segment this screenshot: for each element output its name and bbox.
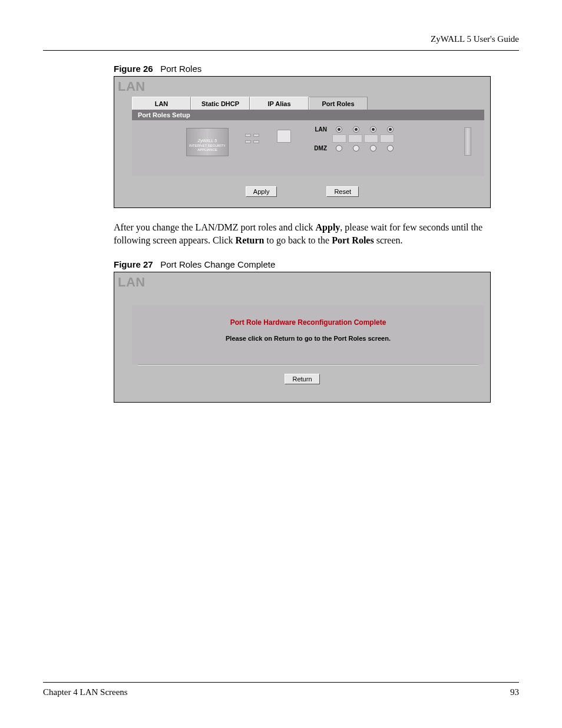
confirmation-panel: Port Role Hardware Reconfiguration Compl…	[132, 305, 484, 364]
panel-title: Port Roles Setup	[132, 110, 484, 120]
figure27-label: Figure 27	[114, 259, 153, 269]
device-diagram: ZyWALL 5 INTERNET SECURITY APPLIANCE LAN	[132, 120, 484, 174]
port-icons-row	[312, 133, 398, 144]
radio-lan-4[interactable]	[387, 126, 394, 133]
figure26-label: Figure 26	[114, 64, 153, 74]
body-paragraph: After you change the LAN/DMZ port roles …	[114, 221, 493, 246]
divider	[138, 364, 478, 365]
device-front-icon: ZyWALL 5 INTERNET SECURITY APPLIANCE	[186, 128, 229, 156]
port-icon	[332, 134, 346, 143]
tab-ip-alias[interactable]: IP Alias	[250, 97, 309, 110]
page-number: 93	[510, 687, 519, 697]
return-button[interactable]: Return	[285, 374, 319, 384]
port-role-grid: LAN DMZ	[312, 125, 398, 152]
figure26-caption: Figure 26 Port Roles	[114, 64, 519, 74]
figure27-text: Port Roles Change Complete	[160, 259, 275, 269]
row-label-lan: LAN	[312, 126, 329, 133]
return-button-row: Return	[114, 373, 490, 384]
radio-dmz-3[interactable]	[370, 145, 376, 151]
wan-port-icon	[277, 130, 291, 143]
page-header: ZyWALL 5 User's Guide	[43, 34, 519, 51]
figure27-caption: Figure 27 Port Roles Change Complete	[114, 259, 519, 269]
reset-button[interactable]: Reset	[326, 186, 359, 197]
radio-lan-2[interactable]	[353, 126, 359, 133]
return-instruction: Please click on Return to go to the Port…	[132, 327, 484, 342]
button-row: Apply Reset	[114, 186, 490, 197]
row-label-dmz: DMZ	[312, 145, 329, 151]
radio-lan-1[interactable]	[336, 126, 342, 133]
radio-dmz-1[interactable]	[336, 145, 342, 151]
device-sub: INTERNET SECURITY APPLIANCE	[189, 144, 226, 151]
lan-radio-row: LAN	[312, 125, 398, 133]
device-label: ZyWALL 5 INTERNET SECURITY APPLIANCE	[187, 139, 228, 152]
guide-title: ZyWALL 5 User's Guide	[431, 34, 519, 44]
screen-title-lan: LAN	[118, 79, 146, 94]
chapter-label: Chapter 4 LAN Screens	[43, 687, 128, 697]
led-indicators	[245, 134, 259, 143]
radio-dmz-4[interactable]	[387, 145, 394, 151]
content-area: Figure 26 Port Roles LAN LAN Static DHCP…	[114, 64, 519, 403]
dmz-radio-row: DMZ	[312, 144, 398, 152]
tab-static-dhcp[interactable]: Static DHCP	[191, 97, 250, 110]
apply-button[interactable]: Apply	[246, 186, 277, 197]
tab-lan[interactable]: LAN	[132, 97, 191, 110]
port-roles-panel: Port Roles Setup ZyWALL 5 INTERNET SECUR…	[132, 110, 484, 176]
port-icon	[364, 134, 378, 143]
device-brand: ZyWALL 5	[198, 139, 217, 143]
tabs-row: LAN Static DHCP IP Alias Port Roles	[132, 97, 368, 110]
radio-lan-3[interactable]	[370, 126, 376, 133]
figure26-text: Port Roles	[160, 64, 201, 74]
screen-title-lan-2: LAN	[118, 275, 146, 290]
device-side-icon	[464, 127, 471, 156]
page-footer: Chapter 4 LAN Screens 93	[43, 682, 519, 697]
tab-port-roles[interactable]: Port Roles	[309, 97, 368, 110]
figure27-screenshot: LAN Port Role Hardware Reconfiguration C…	[114, 272, 491, 403]
port-icon	[380, 134, 394, 143]
port-icon	[348, 134, 362, 143]
reconfig-complete-message: Port Role Hardware Reconfiguration Compl…	[132, 305, 484, 327]
figure26-screenshot: LAN LAN Static DHCP IP Alias Port Roles …	[114, 76, 491, 208]
radio-dmz-2[interactable]	[353, 145, 359, 151]
